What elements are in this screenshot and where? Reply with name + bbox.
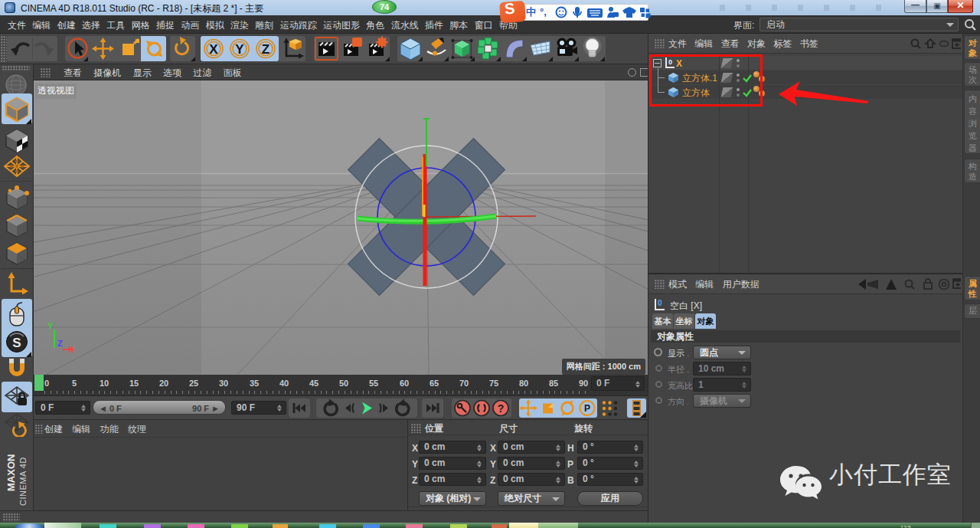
svg-text:?: ? <box>498 402 505 415</box>
svg-text:Y: Y <box>235 42 244 57</box>
svg-text:X: X <box>209 42 218 57</box>
svg-text:°,: °, <box>540 6 547 18</box>
svg-text:S: S <box>12 336 21 350</box>
svg-text:Z: Z <box>262 42 270 57</box>
svg-text:P: P <box>584 403 590 414</box>
